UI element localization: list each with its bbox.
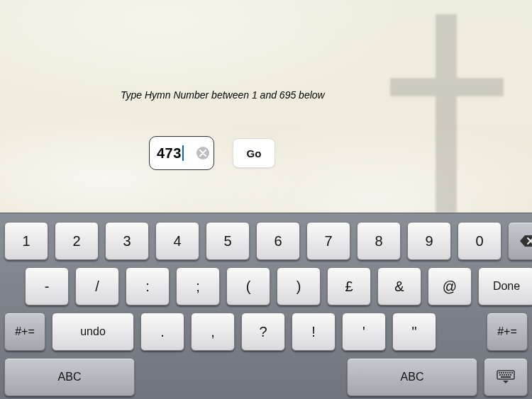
svg-rect-1 <box>499 372 500 373</box>
backspace-icon <box>519 234 532 248</box>
key-done[interactable]: Done <box>478 267 532 305</box>
svg-rect-2 <box>501 372 502 373</box>
svg-rect-6 <box>509 372 511 373</box>
keyboard-row-1: 1 2 3 4 5 6 7 8 9 0 <box>4 222 528 260</box>
key-symbols-right[interactable]: #+= <box>487 313 528 351</box>
key-exclaim[interactable]: ! <box>292 313 336 351</box>
key-at[interactable]: @ <box>428 267 472 305</box>
key-symbols-left[interactable]: #+= <box>4 313 45 351</box>
clear-x-icon <box>199 150 206 157</box>
key-slash[interactable]: / <box>75 267 119 305</box>
key-4[interactable]: 4 <box>155 222 199 260</box>
key-abc-right[interactable]: ABC <box>347 358 477 396</box>
key-quote[interactable]: " <box>392 313 436 351</box>
key-semicolon[interactable]: ; <box>176 267 220 305</box>
key-rparen[interactable]: ) <box>277 267 321 305</box>
input-row: 473 Go <box>149 136 275 170</box>
svg-rect-13 <box>510 374 511 376</box>
key-apostrophe[interactable]: ' <box>342 313 386 351</box>
key-amp[interactable]: & <box>377 267 421 305</box>
key-undo[interactable]: undo <box>52 313 134 351</box>
key-5[interactable]: 5 <box>206 222 250 260</box>
key-dash[interactable]: - <box>25 267 69 305</box>
key-1[interactable]: 1 <box>4 222 48 260</box>
keyboard-row-3: #+= undo . , ? ! ' " #+= <box>4 313 528 351</box>
key-backspace[interactable] <box>508 222 532 260</box>
svg-rect-4 <box>505 372 506 373</box>
key-colon[interactable]: : <box>126 267 170 305</box>
key-9[interactable]: 9 <box>407 222 451 260</box>
key-lparen[interactable]: ( <box>226 267 270 305</box>
svg-rect-10 <box>504 374 505 376</box>
svg-rect-8 <box>499 374 501 376</box>
key-hide-keyboard[interactable] <box>484 358 528 396</box>
hymn-number-input[interactable]: 473 <box>149 136 214 170</box>
key-period[interactable]: . <box>140 313 184 351</box>
svg-rect-3 <box>503 372 504 373</box>
key-abc-left[interactable]: ABC <box>4 358 135 396</box>
cross-silhouette <box>390 14 504 213</box>
key-3[interactable]: 3 <box>105 222 149 260</box>
key-pound[interactable]: £ <box>327 267 371 305</box>
key-0[interactable]: 0 <box>458 222 501 260</box>
svg-rect-9 <box>501 374 503 376</box>
onscreen-keyboard: 1 2 3 4 5 6 7 8 9 0 - / : ; ( ) £ & @ Do… <box>0 213 532 399</box>
hymn-number-value: 473 <box>157 145 182 162</box>
key-comma[interactable]: , <box>191 313 235 351</box>
go-button[interactable]: Go <box>233 138 275 168</box>
keyboard-row-4: ABC ABC <box>4 358 528 396</box>
svg-rect-14 <box>501 376 511 378</box>
hide-keyboard-icon <box>496 369 516 385</box>
prompt-text: Type Hymn Number between 1 and 695 below <box>121 89 325 101</box>
svg-rect-7 <box>511 372 513 373</box>
svg-rect-11 <box>506 374 507 376</box>
key-8[interactable]: 8 <box>357 222 401 260</box>
key-7[interactable]: 7 <box>306 222 350 260</box>
key-question[interactable]: ? <box>241 313 285 351</box>
clear-input-button[interactable] <box>196 147 209 159</box>
key-2[interactable]: 2 <box>55 222 99 260</box>
keyboard-row-2: - / : ; ( ) £ & @ Done <box>4 267 528 305</box>
key-6[interactable]: 6 <box>256 222 300 260</box>
text-cursor <box>182 145 184 161</box>
svg-rect-5 <box>507 372 509 373</box>
svg-rect-12 <box>508 374 509 376</box>
